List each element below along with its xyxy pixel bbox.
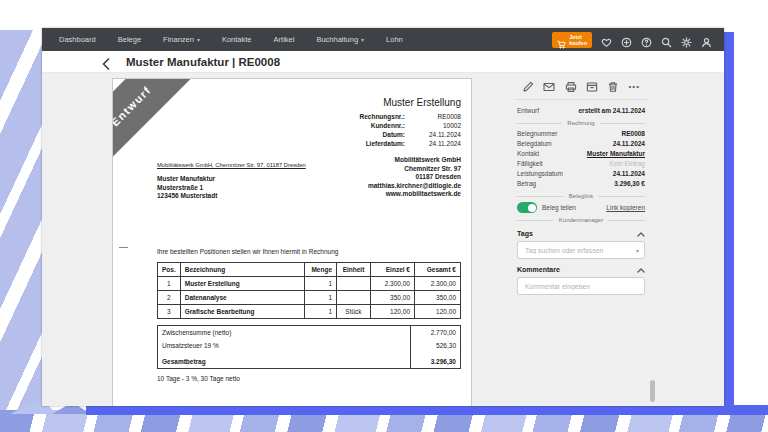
divider — [515, 99, 647, 100]
tags-header: Tags — [517, 230, 645, 237]
field-faelligkeit: Fälligkeit Kein Eintrag — [517, 159, 645, 169]
table-row: 1 Muster Erstellung 1 2.300,00 2.300,00 — [158, 277, 461, 291]
invoice-intro-text: Ihre bestellten Positionen stellen wir I… — [157, 248, 461, 255]
buy-now-button[interactable]: Jetztkaufen — [552, 32, 592, 48]
page-header: Muster Manufaktur | RE0008 — [42, 51, 724, 73]
nav-item-lohn[interactable]: Lohn — [375, 35, 414, 44]
payment-terms: 10 Tage - 3 %, 30 Tage netto — [157, 375, 461, 382]
field-leistungsdatum: Leistungsdatum 24.11.2024 — [517, 169, 645, 179]
mail-icon[interactable] — [543, 81, 555, 93]
top-navbar: Dashboard Belege Finanzen▾ Kontakte Arti… — [42, 28, 724, 51]
nav-item-artikel[interactable]: Artikel — [263, 35, 306, 44]
vat-row: Umsatzsteuer 19 % 526,30 — [158, 339, 460, 352]
nav-item-finanzen[interactable]: Finanzen▾ — [152, 35, 211, 44]
tag-search-input[interactable] — [517, 241, 645, 259]
contact-link[interactable]: Muster Manufaktur — [587, 149, 645, 159]
content-area: Entwurf Muster Erstellung Rechnungsnr.:R… — [42, 73, 724, 406]
tags-input-wrap: ▾ — [517, 241, 645, 259]
page-title: Muster Manufaktur | RE0008 — [126, 56, 280, 68]
nav-item-belege[interactable]: Belege — [107, 35, 152, 44]
scrollbar[interactable] — [650, 380, 655, 402]
status-row: Entwurf erstellt am 24.11.2024 — [517, 106, 645, 116]
table-row: 2 Datenanalyse 1 350,00 350,00 — [158, 291, 461, 305]
document-actions: ••• — [517, 73, 645, 99]
chevron-up-icon[interactable] — [637, 231, 645, 236]
archive-icon[interactable] — [586, 81, 598, 93]
user-icon[interactable] — [701, 34, 712, 45]
invoice-meta: Rechnungsnr.:RE0008 Kundennr.:10002 Datu… — [157, 112, 461, 148]
details-panel: ••• Entwurf erstellt am 24.11.2024 Rechn… — [508, 73, 654, 406]
help-circle-icon[interactable] — [641, 34, 652, 45]
background-stripes-left — [0, 30, 42, 432]
table-row: 3 Grafische Bearbeitung 1 Stück 120,00 1… — [158, 305, 461, 319]
nav-item-buchhaltung[interactable]: Buchhaltung▾ — [305, 35, 375, 44]
edit-icon[interactable] — [522, 81, 534, 93]
page-background: Dashboard Belege Finanzen▾ Kontakte Arti… — [0, 0, 768, 432]
grand-total-row: Gesamtbetrag 3.296,30 — [158, 352, 460, 368]
share-toggle[interactable] — [517, 202, 537, 213]
chevron-up-icon[interactable] — [637, 267, 645, 272]
nav-item-dashboard[interactable]: Dashboard — [48, 35, 107, 44]
heart-icon[interactable] — [601, 34, 612, 45]
totals-box: Zwischensumme (netto) 2.770,00 Umsatzste… — [157, 325, 461, 369]
status-label: Entwurf — [517, 106, 539, 116]
share-label: Beleg teilen — [542, 204, 576, 211]
section-beleglink: Beleglink — [517, 193, 645, 199]
chevron-down-icon: ▾ — [361, 36, 364, 43]
plus-circle-icon[interactable] — [621, 34, 632, 45]
navbar-right-group: Jetztkaufen — [552, 32, 712, 48]
field-betrag: Betrag 3.296,30 € — [517, 179, 645, 189]
table-header-row: Pos. Bezeichnung Menge Einheit Einzel € … — [158, 263, 461, 277]
share-row: Beleg teilen Link kopieren — [517, 202, 645, 213]
search-icon[interactable] — [661, 34, 672, 45]
trash-icon[interactable] — [607, 81, 619, 93]
line-items-table: Pos. Bezeichnung Menge Einheit Einzel € … — [157, 262, 461, 319]
section-rechnung: Rechnung — [517, 120, 645, 126]
more-icon[interactable]: ••• — [629, 81, 640, 93]
shopping-cart-icon — [557, 35, 566, 44]
invoice-doc-title: Muster Erstellung — [157, 97, 461, 108]
app-window: Dashboard Belege Finanzen▾ Kontakte Arti… — [42, 28, 724, 406]
fold-mark — [119, 247, 128, 248]
nav-item-kontakte[interactable]: Kontakte — [211, 35, 263, 44]
window-frame-right — [724, 32, 734, 414]
field-belegdatum: Belegdatum 24.11.2024 — [517, 139, 645, 149]
chevron-down-icon: ▾ — [197, 36, 200, 43]
field-belegnummer: Belegnummer RE0008 — [517, 129, 645, 139]
window-frame-bottom — [86, 405, 768, 415]
comment-input[interactable] — [517, 277, 645, 295]
print-icon[interactable] — [565, 81, 577, 93]
back-button[interactable] — [102, 56, 112, 68]
comments-header: Kommentare — [517, 266, 645, 273]
copy-link-button[interactable]: Link kopieren — [606, 204, 645, 211]
company-address: Mobilitätswerk GmbH Chemnitzer Str. 97 0… — [368, 156, 461, 199]
gear-icon[interactable] — [681, 34, 692, 45]
comment-input-wrap — [517, 277, 645, 295]
invoice-document: Entwurf Muster Erstellung Rechnungsnr.:R… — [112, 78, 472, 406]
section-kundenmanager: Kundenmanager — [517, 217, 645, 223]
subtotal-row: Zwischensumme (netto) 2.770,00 — [158, 326, 460, 339]
field-kontakt: Kontakt Muster Manufaktur — [517, 149, 645, 159]
status-value: erstellt am 24.11.2024 — [579, 106, 646, 116]
